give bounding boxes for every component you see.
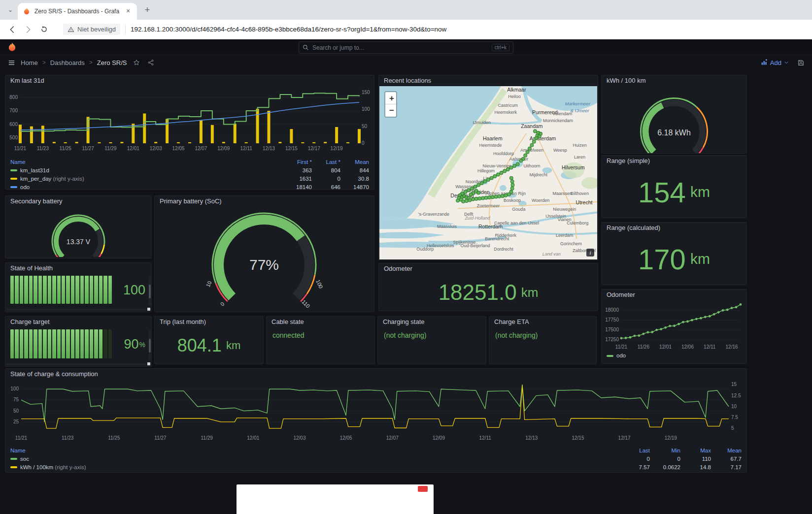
point-marker	[722, 309, 724, 312]
browser-tab[interactable]: Zero SR/S - Dashboards - Grafa ×	[18, 3, 137, 20]
range-simple-unit: km	[690, 184, 710, 200]
axis-label: 12/11	[704, 344, 716, 350]
save-icon[interactable]	[796, 58, 806, 67]
bar-gauge-cell	[103, 329, 107, 358]
security-chip[interactable]: Niet beveiligd	[63, 24, 120, 35]
search-input[interactable]: Search or jump to... ctrl+k	[299, 41, 513, 54]
forward-icon[interactable]	[23, 24, 34, 35]
legend-column-header[interactable]: First *	[283, 159, 312, 165]
legend-column-header[interactable]: Last *	[312, 159, 340, 165]
panel-title[interactable]: Km last 31d	[5, 75, 374, 86]
panel-title[interactable]: State of charge & consumption	[5, 369, 746, 380]
reload-icon[interactable]	[38, 24, 49, 35]
legend-column-header[interactable]: Mean	[711, 448, 742, 453]
bar-gauge-cell	[24, 276, 28, 304]
legend-value: 67.7	[711, 456, 742, 462]
legend-swatch	[607, 355, 613, 357]
point-marker	[655, 329, 658, 331]
menu-icon[interactable]	[6, 58, 16, 67]
tab-search-button[interactable]: ⌄	[4, 3, 17, 16]
grafana-logo[interactable]	[7, 42, 17, 52]
map-label: IJmuiden	[473, 120, 491, 125]
panel-soc-consumption: State of charge & consumption 2550751005…	[5, 368, 747, 473]
map-label: Amstelveen	[520, 148, 543, 153]
legend-header[interactable]: Name	[10, 159, 283, 165]
zoom-in-button[interactable]: +	[385, 92, 397, 104]
scrollbar-horizontal[interactable]	[6, 309, 146, 311]
panel-title[interactable]: Range (calculated)	[602, 223, 746, 233]
soc-consumption-chart[interactable]: 25507510057.51012.51511/2111/2311/2511/2…	[5, 380, 745, 444]
map-label: Mijdrecht	[529, 172, 547, 177]
map-label: Noordwijk	[466, 179, 485, 184]
point-marker	[704, 316, 707, 318]
bar-gauge-cell	[57, 276, 61, 304]
bar-gauge-cell	[38, 276, 42, 304]
legend-column-header[interactable]: Min	[650, 448, 680, 453]
panel-title[interactable]: Odometer	[602, 289, 746, 300]
scrollbar-horizontal[interactable]	[6, 363, 146, 365]
legend-series[interactable]: odo	[616, 353, 626, 358]
bar	[312, 142, 315, 143]
bar-gauge-cell	[24, 329, 28, 358]
legend-column-header[interactable]: Last	[619, 448, 650, 453]
panel-odometer-stat: Odometer 18251.0 km	[378, 263, 598, 311]
legend-column-header[interactable]: Mean	[340, 159, 369, 165]
legend-series[interactable]: km_last31d	[10, 167, 283, 173]
add-button[interactable]: Add	[761, 59, 789, 66]
panel-title[interactable]: Trip (last month)	[155, 317, 263, 327]
panel-title[interactable]: Range (simple)	[602, 156, 746, 166]
panel-title[interactable]: State of Health	[5, 263, 151, 274]
panel-title[interactable]: Charge ETA	[489, 317, 596, 327]
bar-gauge-cell	[108, 329, 112, 358]
panel-title[interactable]: Odometer	[379, 263, 598, 274]
odometer-chart[interactable]: 1725017500177501800011/2111/2612/0112/06…	[602, 300, 745, 351]
soh-value: 100	[123, 283, 145, 298]
url-text[interactable]: 192.168.1.200:3000/d/cf462964-cfc4-4c68-…	[131, 26, 446, 33]
axis-label: 10	[731, 404, 737, 409]
breadcrumb-dashboards[interactable]: Dashboards	[50, 59, 85, 66]
breadcrumb-home[interactable]: Home	[21, 59, 38, 66]
legend-series[interactable]: odo	[10, 184, 283, 190]
map-canvas[interactable]: AlkmaarHeilooCastricumHeemskerkIJmuidenP…	[379, 86, 597, 259]
map-attribution-icon[interactable]: i	[586, 249, 594, 257]
map-label: Laren	[574, 155, 585, 160]
security-label: Niet beveiligd	[77, 26, 116, 33]
legend-series[interactable]: km_per_day (right y-axis)	[10, 176, 283, 182]
panel-title[interactable]: kWh / 100 km	[602, 75, 746, 86]
map-label: Boskoop	[504, 198, 521, 203]
scrollbar-vertical[interactable]	[149, 276, 151, 306]
bar-gauge-cell	[85, 276, 88, 304]
panel-title[interactable]: Recent locations	[379, 75, 598, 86]
soh-bar-gauge	[10, 276, 112, 304]
panel-title[interactable]: Secondary battery	[5, 196, 151, 207]
legend-header[interactable]: Name	[10, 448, 619, 453]
bar-gauge-cell	[34, 329, 37, 358]
legend-value: 110	[680, 456, 711, 462]
axis-label: 12/05	[340, 435, 352, 441]
share-icon[interactable]	[146, 58, 156, 67]
panel-title[interactable]: Charge target	[5, 317, 151, 327]
point-marker	[717, 311, 720, 314]
tab-close-icon[interactable]: ×	[124, 7, 132, 15]
legend-series[interactable]: kWh / 100km (right y-axis)	[10, 464, 619, 470]
map-label: Den Haag	[450, 193, 474, 198]
panel-title[interactable]: Primary battery (SoC)	[155, 196, 374, 207]
zoom-out-button[interactable]: −	[385, 104, 397, 117]
point-marker	[620, 337, 623, 339]
axis-label: 700	[9, 108, 18, 113]
axis-label: 12/09	[433, 435, 445, 441]
star-icon[interactable]	[132, 58, 141, 67]
new-tab-button[interactable]: +	[141, 4, 154, 17]
axis-label: 12/07	[195, 146, 207, 151]
panel-title[interactable]: Charging state	[378, 317, 486, 327]
back-icon[interactable]	[7, 24, 18, 35]
divider	[125, 25, 126, 34]
range-calculated-value: 170	[638, 243, 686, 276]
legend-series[interactable]: soc	[10, 456, 619, 462]
legend-column-header[interactable]: Max	[680, 448, 711, 453]
km-last-31d-chart[interactable]: 50060070080005010015011/2111/2311/2511/2…	[5, 86, 373, 155]
scrollbar-vertical[interactable]	[149, 329, 151, 360]
point-marker	[735, 306, 738, 309]
map-zoom-control: + −	[384, 91, 397, 118]
panel-title[interactable]: Cable state	[267, 317, 374, 327]
